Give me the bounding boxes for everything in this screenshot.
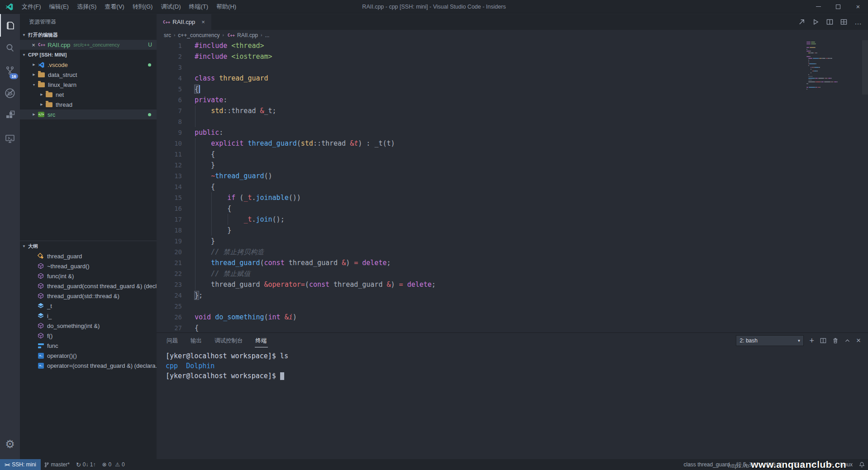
outline-item-operator[interactable]: +-operator()() [20, 351, 157, 361]
code-line-14[interactable]: 14 { [157, 181, 868, 192]
close-editor-icon[interactable]: × [30, 42, 37, 48]
notifications-bell-icon[interactable] [856, 459, 868, 470]
code-line-26[interactable]: 26void do_something(int &i) [157, 312, 868, 323]
debug-disabled-icon[interactable] [0, 82, 20, 104]
panel-tab-问题[interactable]: 问题 [166, 334, 179, 347]
manage-gear-icon[interactable]: ⚙ [0, 433, 20, 456]
search-icon[interactable] [0, 37, 20, 59]
extensions-icon[interactable] [0, 104, 20, 127]
cursor-position-status[interactable]: 行 5, 列 2 [733, 459, 763, 470]
breadcrumb-src[interactable]: src [164, 32, 171, 38]
tree-item-vscode[interactable]: ▶.vscode [20, 60, 157, 70]
split-editor-icon[interactable] [826, 19, 833, 25]
code-line-7[interactable]: 7 std::thread &_t; [157, 105, 868, 116]
code-line-12[interactable]: 12 } [157, 160, 868, 171]
outline-item-func[interactable]: func [20, 341, 157, 351]
language-mode-status[interactable]: C++ [820, 459, 837, 470]
split-terminal-icon[interactable] [820, 337, 826, 344]
outline-item-thread_guard[interactable]: thread_guard [20, 251, 157, 261]
panel-tab-输出[interactable]: 输出 [190, 334, 203, 347]
workspace-header[interactable]: ▼ CPP [SSH: MINI] [20, 50, 157, 60]
symbol-context-status[interactable]: class thread_guard [681, 459, 733, 470]
code-line-16[interactable]: 16 { [157, 203, 868, 214]
panel-tab-调试控制台[interactable]: 调试控制台 [214, 334, 244, 347]
outline-item-func-int[interactable]: func(int &) [20, 271, 157, 281]
remote-os-status[interactable]: Linux [836, 459, 856, 470]
run-code-icon[interactable] [798, 19, 805, 25]
menu-t[interactable]: 终端(T) [185, 0, 212, 14]
menu-s[interactable]: 选择(S) [73, 0, 100, 14]
tree-item-thread[interactable]: ▶thread [20, 100, 157, 109]
code-line-6[interactable]: 6private: [157, 95, 868, 105]
minimap[interactable] [806, 41, 839, 90]
code-line-8[interactable]: 8 [157, 116, 868, 127]
close-panel-icon[interactable]: × [856, 336, 861, 345]
tree-item-data_struct[interactable]: ▶data_struct [20, 70, 157, 80]
code-line-2[interactable]: 2#include <iostream> [157, 51, 868, 62]
menu-e[interactable]: 编辑(E) [45, 0, 73, 14]
more-actions-icon[interactable]: … [854, 18, 862, 26]
code-line-13[interactable]: 13 ~thread_guard() [157, 171, 868, 181]
remote-indicator[interactable]: >< SSH: mini [0, 459, 41, 470]
terminal-select[interactable]: 2: bash ▼ [736, 335, 804, 346]
vertical-scrollbar[interactable] [862, 40, 868, 95]
code-editor[interactable]: 1#include <thread>2#include <iostream>34… [157, 40, 868, 332]
outline-header[interactable]: ▼ 大纲 [20, 241, 157, 251]
maximize-icon[interactable] [828, 0, 848, 14]
run-icon[interactable] [812, 19, 819, 25]
code-line-17[interactable]: 17 _t.join(); [157, 214, 868, 225]
outline-item-do_something-int[interactable]: do_something(int &) [20, 321, 157, 331]
tab-raii-cpp[interactable]: C++ RAII.cpp × [157, 14, 211, 30]
code-line-19[interactable]: 19 } [157, 236, 868, 247]
tree-item-src[interactable]: ▶</>src [20, 109, 157, 119]
outline-item-thread_guard[interactable]: ~thread_guard() [20, 261, 157, 271]
open-editors-header[interactable]: ▼ 打开的编辑器 [20, 30, 157, 40]
menu-h[interactable]: 帮助(H) [212, 0, 240, 14]
code-line-15[interactable]: 15 if (_t.joinable()) [157, 192, 868, 203]
close-tab-icon[interactable]: × [200, 19, 207, 25]
close-window-icon[interactable]: × [848, 0, 868, 14]
code-line-9[interactable]: 9public: [157, 127, 868, 138]
breadcrumb-symbol[interactable]: ... [265, 32, 269, 38]
menu-v[interactable]: 查看(V) [100, 0, 128, 14]
code-line-23[interactable]: 23 thread_guard &operator=(const thread_… [157, 279, 868, 290]
code-line-5[interactable]: 5{ [157, 84, 868, 95]
terminal-output[interactable]: [yker@localhost workspace]$ lscpp Dolphi… [157, 348, 868, 382]
code-line-18[interactable]: 18 } [157, 225, 868, 236]
outline-item-_t[interactable]: _t [20, 301, 157, 311]
git-sync-status[interactable]: ↻ 0↓ 1↑ [73, 459, 99, 470]
git-branch-status[interactable]: master* [41, 459, 73, 470]
code-line-22[interactable]: 22 // 禁止赋值 [157, 268, 868, 279]
breadcrumb-concurrency[interactable]: c++_concurrency [178, 32, 219, 38]
outline-item-operator-const-thread_guard-declara[interactable]: +-operator=(const thread_guard &) (decla… [20, 361, 157, 370]
code-line-27[interactable]: 27{ [157, 323, 868, 332]
tree-item-net[interactable]: ▶net [20, 90, 157, 100]
open-editor-item-raii[interactable]: × C++ RAII.cpp src/c++_concurrency U [20, 40, 157, 50]
tree-item-linux_learn[interactable]: ▼linux_learn [20, 80, 157, 90]
outline-item-f[interactable]: f() [20, 331, 157, 341]
explorer-icon[interactable] [0, 14, 20, 37]
source-control-icon[interactable]: 16 [0, 59, 20, 82]
outline-item-i_[interactable]: i_ [20, 311, 157, 321]
panel-tab-终端[interactable]: 终端 [255, 334, 268, 347]
problems-status[interactable]: ⊗ 0 ⚠ 0 [99, 459, 128, 470]
menu-g[interactable]: 转到(G) [129, 0, 157, 14]
code-line-4[interactable]: 4class thread_guard [157, 73, 868, 84]
code-line-20[interactable]: 20 // 禁止拷贝构造 [157, 247, 868, 257]
eol-status[interactable]: LF [807, 459, 820, 470]
new-terminal-icon[interactable]: + [810, 336, 815, 346]
code-line-1[interactable]: 1#include <thread> [157, 40, 868, 51]
code-line-11[interactable]: 11 { [157, 149, 868, 160]
menu-d[interactable]: 调试(D) [157, 0, 185, 14]
minimize-icon[interactable] [808, 0, 828, 14]
code-line-24[interactable]: 24}; [157, 290, 868, 301]
outline-item-thread_guard-const-thread_guard-decl[interactable]: thread_guard(const thread_guard &) (decl… [20, 281, 157, 291]
editor-layout-icon[interactable] [840, 19, 847, 25]
remote-explorer-icon[interactable] [0, 127, 20, 150]
indentation-status[interactable]: 空格: 4 [762, 459, 785, 470]
code-line-3[interactable]: 3 [157, 62, 868, 73]
kill-terminal-trash-icon[interactable] [832, 337, 839, 344]
code-line-25[interactable]: 25 [157, 301, 868, 312]
code-line-10[interactable]: 10 explicit thread_guard(std::thread &t)… [157, 138, 868, 149]
encoding-status[interactable]: UTF-8 [786, 459, 807, 470]
